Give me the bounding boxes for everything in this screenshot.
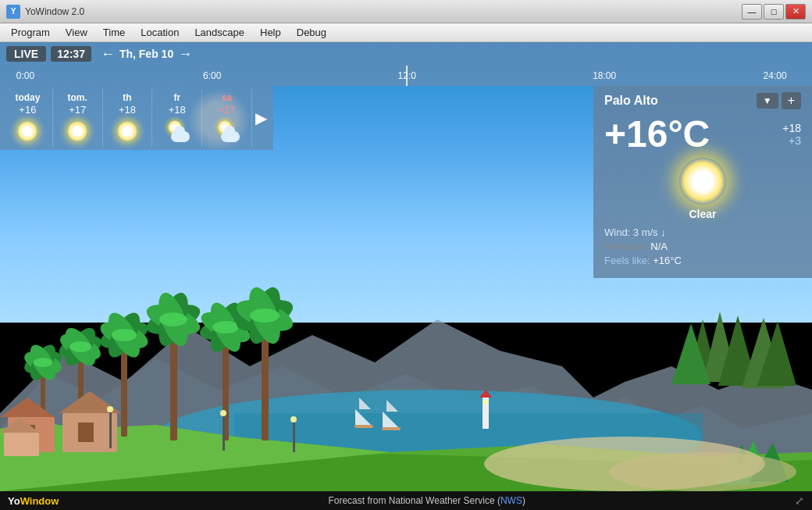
weather-icon-area: Clear	[604, 158, 801, 220]
svg-rect-65	[382, 427, 401, 430]
temperature-row: +16°C +18 +3	[604, 116, 801, 153]
status-bar: YoWindow Forecast from National Weather …	[0, 491, 812, 510]
minimize-button[interactable]: —	[742, 4, 762, 20]
day-icon-fr	[165, 119, 190, 144]
city-dropdown-button[interactable]: ▼	[757, 93, 778, 109]
svg-rect-48	[78, 423, 94, 442]
nws-link[interactable]: NWS	[500, 495, 522, 506]
forecast-today[interactable]: today +16	[3, 89, 53, 147]
menu-view[interactable]: View	[58, 25, 95, 40]
menu-bar: Program View Time Location Landscape Hel…	[0, 23, 812, 42]
day-temp-fr: +18	[169, 104, 186, 116]
main-content: LIVE 12:37 ← Th, Feb 10 → 0:00 6:00 12:0…	[0, 42, 812, 510]
svg-rect-51	[109, 409, 112, 448]
svg-point-12	[34, 358, 52, 367]
app-logo: YoWindow	[8, 495, 59, 507]
svg-point-77	[609, 452, 796, 491]
next-arrow[interactable]: →	[178, 46, 192, 62]
day-temp-sa: +17	[219, 104, 236, 116]
app-icon: Y	[6, 5, 20, 19]
weather-condition: Clear	[689, 208, 716, 220]
timeline-cursor	[406, 66, 408, 86]
day-temp-th: +18	[119, 104, 136, 116]
svg-point-30	[159, 312, 187, 326]
close-button[interactable]: ✕	[785, 4, 806, 20]
city-name: Palo Alto	[604, 94, 757, 108]
timeline-top: LIVE 12:37 ← Th, Feb 10 →	[0, 42, 812, 66]
prev-arrow[interactable]: ←	[101, 46, 115, 62]
ruler-label-4: 24:00	[764, 70, 787, 81]
svg-rect-55	[293, 419, 295, 452]
current-time: 12:37	[51, 46, 91, 62]
svg-rect-53	[223, 413, 225, 451]
temp-max: +18	[782, 122, 801, 134]
ruler-label-3: 18:00	[593, 70, 616, 81]
forecast-saturday[interactable]: sa +17	[202, 89, 252, 147]
svg-point-18	[69, 341, 91, 352]
ruler-label-0: 0:00	[16, 70, 34, 81]
svg-rect-49	[4, 433, 39, 456]
title-bar: Y YoWindow 2.0 — □ ✕	[0, 0, 812, 23]
menu-location[interactable]: Location	[133, 25, 187, 40]
status-text: Forecast from National Weather Service (…	[59, 495, 795, 506]
timeline-bar: LIVE 12:37 ← Th, Feb 10 → 0:00 6:00 12:0…	[0, 42, 812, 86]
landscape	[0, 241, 812, 491]
panel-header: Palo Alto ▼ +	[604, 92, 801, 109]
menu-program[interactable]: Program	[3, 25, 58, 40]
svg-point-56	[290, 416, 297, 423]
maximize-button[interactable]: □	[764, 4, 784, 20]
ruler-label-1: 6:00	[203, 70, 221, 81]
day-name-tom: tom.	[68, 92, 87, 103]
day-icon-today	[15, 119, 40, 144]
menu-debug[interactable]: Debug	[289, 25, 334, 40]
svg-point-42	[250, 308, 280, 323]
day-name-fr: fr	[173, 92, 180, 103]
day-icon-th	[115, 119, 140, 144]
weather-sun-icon	[679, 158, 726, 205]
forecast-tomorrow[interactable]: tom. +17	[53, 89, 103, 147]
wind-value: Wind: 3 m/s ↓	[604, 226, 666, 238]
svg-point-24	[112, 329, 137, 341]
current-date: Th, Feb 10	[119, 48, 173, 60]
wind-row: Wind: 3 m/s ↓	[604, 226, 801, 238]
day-icon-sa	[215, 119, 240, 144]
svg-point-36	[212, 321, 239, 333]
svg-rect-59	[483, 401, 488, 404]
menu-time[interactable]: Time	[95, 25, 133, 40]
day-name-th: th	[123, 92, 131, 103]
temp-min: +3	[789, 134, 801, 147]
svg-point-52	[107, 406, 113, 412]
day-temp-tom: +17	[69, 104, 86, 116]
day-name-sa: sa	[222, 92, 232, 103]
window-title: YoWindow 2.0	[25, 6, 742, 17]
forecast-thursday[interactable]: th +18	[103, 89, 153, 147]
svg-rect-62	[354, 425, 373, 428]
menu-landscape[interactable]: Landscape	[187, 25, 252, 40]
window-controls: — □ ✕	[742, 4, 806, 20]
svg-point-54	[220, 410, 226, 416]
forecast-friday[interactable]: fr +18	[152, 89, 202, 147]
day-temp-today: +16	[19, 104, 36, 116]
day-icon-tom	[65, 119, 90, 144]
day-name-today: today	[15, 92, 40, 103]
main-temperature: +16°C	[604, 116, 710, 153]
expand-icon[interactable]: ⤢	[795, 494, 804, 507]
forecast-strip: today +16 tom. +17 th +18 fr +18	[0, 86, 273, 150]
add-city-button[interactable]: +	[782, 92, 801, 109]
menu-help[interactable]: Help	[252, 25, 289, 40]
forecast-next-arrow[interactable]: ▶	[252, 109, 270, 127]
live-badge: LIVE	[6, 46, 46, 62]
timeline-ruler[interactable]: 0:00 6:00 12:0 18:00 24:00	[0, 66, 812, 86]
temp-range: +18 +3	[782, 116, 801, 147]
